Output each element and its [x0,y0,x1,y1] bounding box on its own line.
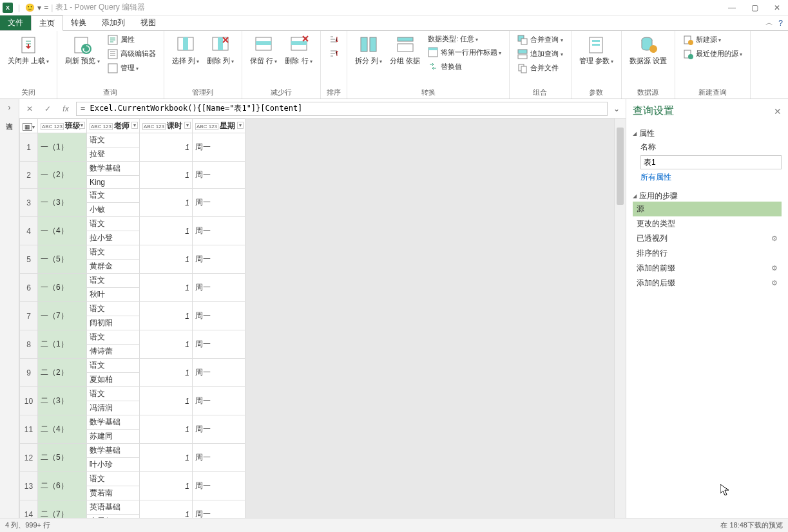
cell-period[interactable]: 1 [140,387,193,415]
help-icon[interactable]: ? [778,19,783,28]
cell-subject[interactable]: 语文 [87,302,140,316]
cell-subject[interactable]: 语文 [87,387,140,401]
cell-subject[interactable]: 数学基础 [87,415,140,430]
table-row[interactable]: 3一（3）语文1周一 [20,189,245,203]
tab-add-column[interactable]: 添加列 [94,15,133,30]
cell-class[interactable]: 一（2） [38,162,87,189]
cell-subject[interactable]: 英语基础 [87,500,140,515]
tab-file[interactable]: 文件 [0,15,31,30]
append-queries-button[interactable]: 追加查询 [515,48,565,61]
gear-icon[interactable]: ⚙ [771,234,778,243]
close-button[interactable]: ✕ [774,3,780,12]
applied-step[interactable]: 源 [633,202,782,216]
table-row[interactable]: 14二（7）英语基础1周一 [20,500,245,515]
fx-icon[interactable]: fx [58,104,73,113]
table-row[interactable]: 5一（5）语文1周一 [20,245,245,260]
cell-weekday[interactable]: 周一 [193,302,245,330]
cell-teacher[interactable]: 小敏 [87,203,140,217]
cell-teacher[interactable]: 冯清润 [87,401,140,415]
table-row[interactable]: 10二（3）语文1周一 [20,387,245,401]
applied-step[interactable]: 添加的前缀⚙ [633,261,782,276]
cell-teacher[interactable]: 叶小珍 [87,458,140,472]
table-row[interactable]: 13二（6）语文1周一 [20,472,245,486]
cell-weekday[interactable]: 周一 [193,330,245,359]
cell-class[interactable]: 二（5） [38,444,87,472]
cell-weekday[interactable]: 周一 [193,444,245,472]
data-source-settings-button[interactable]: 数据源 设置 [627,33,669,66]
cell-period[interactable]: 1 [140,217,193,245]
cell-teacher[interactable]: King [87,176,140,189]
sort-asc-button[interactable] [326,33,341,46]
formula-input[interactable] [76,102,608,116]
cell-teacher[interactable]: 傅诗蕾 [87,345,140,359]
expand-queries-icon[interactable]: › [8,103,11,112]
column-header-weekday[interactable]: ABC 123星期▾ [193,119,245,133]
merge-queries-button[interactable]: 合并查询 [515,33,565,46]
applied-step[interactable]: 更改的类型 [633,216,782,231]
table-row[interactable]: 8二（1）语文1周一 [20,330,245,345]
use-first-row-headers-button[interactable]: 将第一行用作标题 [425,46,504,59]
table-row[interactable]: 1一（1）语文1周一 [20,133,245,147]
close-and-load-button[interactable]: 关闭并 上载 [5,33,52,66]
table-row[interactable]: 12二（5）数学基础1周一 [20,444,245,458]
cell-weekday[interactable]: 周一 [193,500,245,518]
filter-icon[interactable]: ▾ [131,122,138,129]
remove-columns-button[interactable]: 删除 列 [204,33,236,66]
new-source-button[interactable]: 新建源 [680,33,745,46]
refresh-preview-button[interactable]: 刷新 预览 [62,33,102,66]
cell-weekday[interactable]: 周一 [193,387,245,415]
cell-subject[interactable]: 语文 [87,189,140,203]
cell-weekday[interactable]: 周一 [193,189,245,217]
formula-expand-icon[interactable]: ⌄ [610,104,623,113]
cell-subject[interactable]: 语文 [87,133,140,147]
applied-steps-header[interactable]: 应用的步骤 [633,191,782,202]
formula-cancel-icon[interactable]: ✕ [22,104,37,113]
cell-period[interactable]: 1 [140,330,193,359]
cell-teacher[interactable]: 拉登 [87,147,140,162]
scrollbar-thumb[interactable] [617,128,624,205]
split-column-button[interactable]: 拆分 列 [352,33,385,66]
cell-class[interactable]: 二（2） [38,359,87,387]
all-properties-link[interactable]: 所有属性 [640,172,671,183]
cell-class[interactable]: 二（1） [38,330,87,359]
cell-period[interactable]: 1 [140,133,193,162]
table-row[interactable]: 2一（2）数学基础1周一 [20,162,245,176]
cell-period[interactable]: 1 [140,415,193,444]
column-header-class[interactable]: ABC 123班级▾ [38,119,87,133]
cell-subject[interactable]: 语文 [87,359,140,373]
keep-rows-button[interactable]: 保留 行 [247,33,280,66]
ribbon-collapse-icon[interactable]: ︿ [765,17,773,28]
queries-pane-collapsed[interactable]: › 查询 [0,99,19,518]
cell-period[interactable]: 1 [140,302,193,330]
cell-weekday[interactable]: 周一 [193,274,245,302]
recent-sources-button[interactable]: 最近使用的源 [680,48,745,61]
table-row[interactable]: 4一（4）语文1周一 [20,217,245,231]
cell-weekday[interactable]: 周一 [193,415,245,444]
cell-subject[interactable]: 语文 [87,274,140,288]
properties-button[interactable]: 属性 [105,33,159,46]
cell-class[interactable]: 二（6） [38,472,87,500]
cell-period[interactable]: 1 [140,500,193,518]
remove-rows-button[interactable]: 删除 行 [282,33,314,66]
cell-class[interactable]: 一（7） [38,302,87,330]
cell-period[interactable]: 1 [140,472,193,500]
cell-class[interactable]: 一（1） [38,133,87,162]
cell-subject[interactable]: 语文 [87,330,140,345]
replace-values-button[interactable]: 替换值 [425,60,504,73]
cell-weekday[interactable]: 周一 [193,359,245,387]
table-row[interactable]: 6一（6）语文1周一 [20,274,245,288]
cell-teacher[interactable]: 黄群金 [87,260,140,274]
applied-step[interactable]: 已透视列⚙ [633,231,782,246]
group-by-button[interactable]: 分组 依据 [387,33,423,66]
cell-teacher[interactable]: 夏如柏 [87,373,140,387]
maximize-button[interactable]: ▢ [751,3,758,12]
advanced-editor-button[interactable]: 高级编辑器 [105,48,159,61]
cell-period[interactable]: 1 [140,274,193,302]
table-row[interactable]: 11二（4）数学基础1周一 [20,415,245,430]
cell-subject[interactable]: 数学基础 [87,444,140,458]
column-header-period[interactable]: ABC 123课时▾ [140,119,193,133]
cell-subject[interactable]: 语文 [87,245,140,260]
cell-class[interactable]: 二（4） [38,415,87,444]
minimize-button[interactable]: — [728,3,736,12]
cell-period[interactable]: 1 [140,162,193,189]
